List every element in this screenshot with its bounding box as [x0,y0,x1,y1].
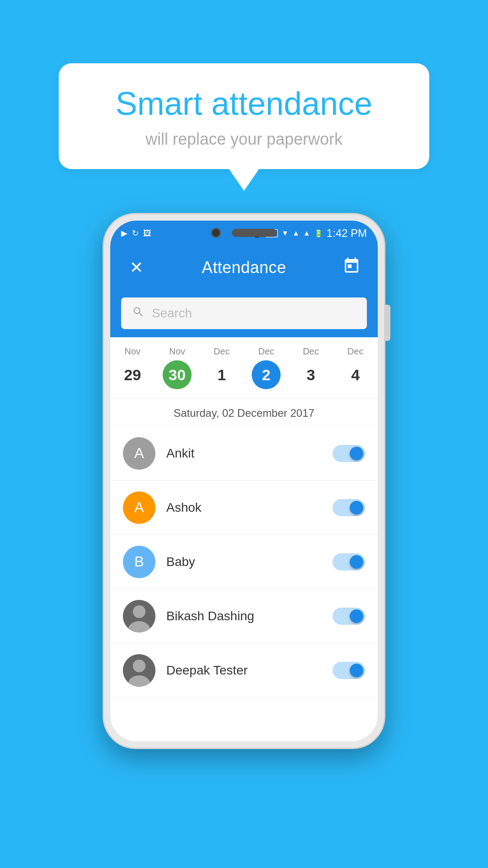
student-name: Baby [166,555,333,569]
student-list: AAnkit AAshok BBaby Bikash Dashing [110,426,378,741]
hero-title: Smart attendance [90,86,398,122]
status-icons-left: ▶ ↻ 🖼 [121,228,151,238]
student-item-5: Deepak Tester [110,643,378,698]
cal-date[interactable]: 29 [118,360,147,389]
attendance-toggle[interactable] [333,553,365,571]
image-icon: 🖼 [143,229,151,238]
cal-month: Dec [214,346,230,357]
cal-day-3[interactable]: Dec3 [293,346,329,389]
calendar-strip: Nov29Nov30Dec1Dec2Dec3Dec4 [110,337,378,399]
cal-day-30[interactable]: Nov30 [159,346,195,389]
hero-subtitle: will replace your paperwork [90,130,398,149]
cal-day-2[interactable]: Dec2 [248,346,284,389]
status-time: 1:42 PM [327,227,367,240]
app-bar: ✕ Attendance [110,246,378,289]
cal-day-1[interactable]: Dec1 [204,346,240,389]
student-avatar: A [123,437,155,470]
student-name: Deepak Tester [166,663,333,678]
cal-month: Dec [258,346,275,357]
cal-day-29[interactable]: Nov29 [114,346,150,389]
selected-date-label: Saturday, 02 December 2017 [110,399,378,426]
phone-outer: ▶ ↻ 🖼 ★ 📳 HD ▼ ▲ ▲ 🔋 1:42 PM [104,214,384,748]
camera [211,228,221,238]
student-item-1: AAnkit [110,426,378,481]
cal-date[interactable]: 4 [341,360,370,389]
close-button[interactable]: ✕ [123,258,150,277]
student-avatar [123,654,155,687]
student-item-2: AAshok [110,481,378,535]
cal-date[interactable]: 30 [163,360,192,389]
student-item-4: Bikash Dashing [110,589,378,643]
signal1-icon: ▲ [292,229,300,237]
student-avatar: A [123,491,155,524]
cal-date[interactable]: 2 [252,360,281,389]
cal-month: Nov [169,346,185,357]
attendance-toggle[interactable] [333,445,365,462]
student-item-3: BBaby [110,535,378,589]
student-name: Ankit [166,446,333,461]
search-icon [132,306,145,321]
cal-month: Dec [303,346,319,357]
svg-point-4 [133,660,145,672]
search-bar[interactable]: Search [121,297,367,329]
calendar-button[interactable] [338,257,365,278]
search-container: Search [110,289,378,337]
student-name: Ashok [166,500,333,515]
cal-date[interactable]: 1 [207,360,236,389]
attendance-toggle[interactable] [333,662,365,679]
student-avatar [123,600,155,632]
sync-icon: ↻ [132,228,139,238]
attendance-toggle[interactable] [333,499,365,516]
phone-inner: ▶ ↻ 🖼 ★ 📳 HD ▼ ▲ ▲ 🔋 1:42 PM [110,221,378,741]
attendance-toggle[interactable] [333,608,365,625]
student-avatar: B [123,546,155,578]
cal-month: Nov [125,346,141,357]
search-placeholder: Search [152,306,192,321]
youtube-icon: ▶ [121,228,127,238]
speech-bubble: Smart attendance will replace your paper… [59,63,429,169]
cal-date[interactable]: 3 [296,360,325,389]
speaker [232,229,277,237]
phone-mockup: ▶ ↻ 🖼 ★ 📳 HD ▼ ▲ ▲ 🔋 1:42 PM [104,214,384,748]
cal-day-4[interactable]: Dec4 [338,346,374,389]
wifi-icon: ▼ [282,229,289,237]
cal-month: Dec [347,346,364,357]
signal2-icon: ▲ [303,229,310,237]
app-bar-title: Attendance [150,258,338,277]
battery-icon: 🔋 [314,229,323,238]
svg-point-1 [133,605,145,618]
student-name: Bikash Dashing [166,609,333,623]
